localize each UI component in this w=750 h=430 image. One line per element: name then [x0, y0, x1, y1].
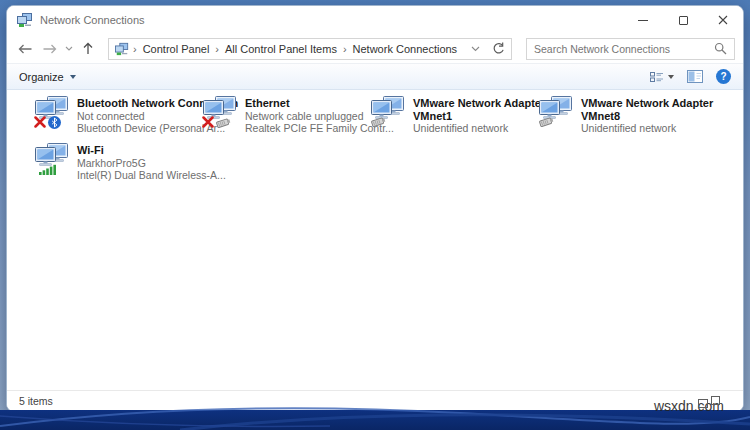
connection-item-ethernet[interactable]: Ethernet Network cable unplugged Realtek… — [203, 96, 371, 134]
connection-item-vmnet1[interactable]: VMware Network Adapter VMnet1 Unidentifi… — [371, 96, 539, 134]
connection-item-bluetooth[interactable]: Bluetooth Network Connection Not connect… — [35, 96, 203, 134]
connection-status: Unidentified network — [581, 122, 723, 134]
up-arrow-icon — [83, 42, 93, 55]
breadcrumb-segment-all-control-panel-items[interactable]: All Control Panel Items — [223, 43, 339, 55]
watermark: wsxdn.com — [654, 398, 720, 414]
window-icon — [17, 12, 33, 28]
connection-name: VMware Network Adapter VMnet1 — [413, 97, 555, 122]
maximize-icon — [679, 16, 688, 25]
forward-button[interactable] — [37, 37, 61, 61]
network-connections-window: Network Connections › Control Pane — [6, 5, 744, 412]
organize-button[interactable]: Organize — [19, 71, 76, 83]
back-arrow-icon — [18, 44, 33, 54]
forward-arrow-icon — [42, 44, 57, 54]
navigation-bar: › Control Panel › All Control Panel Item… — [7, 34, 743, 64]
close-button[interactable] — [703, 6, 743, 34]
desktop-background — [0, 410, 750, 430]
connection-device: Intel(R) Dual Band Wireless-A... — [77, 169, 226, 181]
recent-pages-button[interactable] — [61, 37, 76, 61]
connection-name: Wi-Fi — [77, 144, 226, 157]
change-view-button[interactable] — [650, 71, 674, 83]
breadcrumb-separator-icon[interactable]: › — [339, 43, 351, 55]
chevron-down-icon — [70, 75, 76, 79]
network-adapter-icon — [371, 96, 407, 128]
command-bar: Organize ? — [7, 64, 743, 90]
preview-pane-button[interactable] — [687, 70, 703, 83]
breadcrumb-location-icon — [115, 42, 129, 56]
breadcrumb-separator-icon[interactable]: › — [211, 43, 223, 55]
up-button[interactable] — [76, 37, 100, 61]
wifi-signal-icon — [39, 164, 57, 175]
connection-item-wifi[interactable]: Wi-Fi MarkhorPro5G Intel(R) Dual Band Wi… — [35, 143, 203, 181]
connection-name: VMware Network Adapter VMnet8 — [581, 97, 723, 122]
network-adapter-icon — [203, 96, 239, 128]
preview-pane-icon — [687, 70, 703, 83]
connection-status: Unidentified network — [413, 122, 555, 134]
chevron-down-icon — [471, 46, 480, 52]
search-box — [526, 38, 735, 60]
connections-list-area[interactable]: Bluetooth Network Connection Not connect… — [7, 90, 743, 390]
ethernet-plug-icon — [370, 116, 387, 128]
bluetooth-icon — [48, 116, 61, 129]
disconnected-x-icon — [34, 116, 46, 128]
address-dropdown-button[interactable] — [471, 46, 480, 52]
help-icon: ? — [720, 71, 726, 82]
search-input[interactable] — [534, 43, 714, 55]
search-icon[interactable] — [714, 42, 727, 55]
ethernet-plug-icon — [538, 116, 555, 128]
watermark-window-icon — [711, 396, 720, 405]
organize-label: Organize — [19, 71, 64, 83]
breadcrumb: › Control Panel › All Control Panel Item… — [108, 38, 512, 60]
close-icon — [718, 15, 728, 25]
breadcrumb-separator-icon[interactable]: › — [129, 43, 141, 55]
ethernet-plug-icon — [215, 117, 232, 129]
help-button[interactable]: ? — [716, 69, 731, 84]
refresh-button[interactable] — [492, 42, 505, 55]
network-adapter-icon — [35, 96, 71, 128]
network-adapter-icon — [35, 143, 71, 175]
title-bar: Network Connections — [7, 6, 743, 34]
connection-status: MarkhorPro5G — [77, 157, 226, 169]
minimize-button[interactable] — [623, 6, 663, 34]
breadcrumb-segment-network-connections[interactable]: Network Connections — [351, 43, 460, 55]
back-button[interactable] — [13, 37, 37, 61]
wallpaper-waves — [0, 404, 750, 430]
network-adapter-icon — [539, 96, 575, 128]
connection-item-vmnet8[interactable]: VMware Network Adapter VMnet8 Unidentifi… — [539, 96, 707, 134]
view-list-icon — [650, 71, 664, 83]
maximize-button[interactable] — [663, 6, 703, 34]
disconnected-x-icon — [202, 116, 214, 128]
watermark-window-icon — [698, 399, 708, 408]
chevron-down-icon — [65, 46, 73, 51]
minimize-icon — [638, 20, 648, 21]
refresh-icon — [492, 42, 505, 55]
window-title: Network Connections — [40, 14, 145, 26]
chevron-down-icon — [668, 75, 674, 79]
breadcrumb-segment-control-panel[interactable]: Control Panel — [141, 43, 212, 55]
